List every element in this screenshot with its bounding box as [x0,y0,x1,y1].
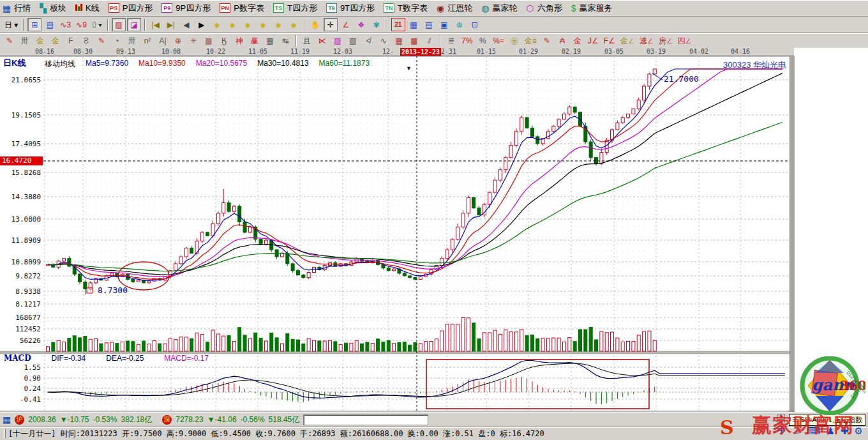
ma-legend-item-4: Ma30=10.4813 [257,59,308,70]
width-measure-tool[interactable]: ↹ [278,34,292,47]
menu-sectors[interactable]: ▚板块 [40,3,66,14]
gold-angle-tool[interactable]: 金∠ [618,34,636,47]
gann-gold-grid2-tool[interactable]: 金 [49,34,63,47]
network-button[interactable]: ⊛ [453,18,467,31]
sh-market-icon: 沪 [15,415,24,425]
low-price-annotation: 8.7300 [98,285,128,295]
sh-index-value: 2008.36 [28,415,56,424]
brain-tool-button[interactable]: ✾ [370,18,384,31]
print-button[interactable]: ⊡ [468,18,482,31]
n-square-tool[interactable]: n² [140,34,154,47]
square-wheel-tool[interactable]: ▩ [202,34,216,47]
app-window: ▦行情▚板块K线PSP四方形P99P四方形PNP数字表TST四方形T99T四方形… [0,0,868,440]
window-layout-button[interactable]: ⊞ [27,18,41,31]
wave-ab-tool[interactable]: ₳ [555,34,569,47]
macd-macd-value: MACD=-0.17 [164,354,209,363]
menu-quotes[interactable]: ▦行情 [3,3,31,14]
shen-tool[interactable]: 神 [232,34,246,47]
gold-circle-tool[interactable]: ㊎ [507,34,521,47]
ma9-chart-button[interactable]: ∿9 [74,18,89,31]
menu-winner-service[interactable]: $赢家服务 [571,3,613,14]
menu-p-square[interactable]: PSP四方形 [108,3,153,14]
map-button[interactable]: ▨ [112,18,126,31]
menu-kline[interactable]: K线 [75,3,100,14]
j-angle-tool[interactable]: J∠ [586,34,601,47]
spiral-tool[interactable]: Ƨ [79,34,93,47]
diamond-expand-button[interactable]: ◈ [241,18,255,31]
magenta-tool-button[interactable]: ❖ [354,18,368,31]
last-page-button[interactable]: ▶| [164,18,178,31]
first-page-button[interactable]: |◀ [149,18,163,31]
a-line-tool[interactable]: A| [156,34,170,47]
hand-tool-button[interactable]: ✋ [308,18,322,31]
fan-lines-tool[interactable]: ⋉ [315,34,329,47]
gann-gold-grid-tool[interactable]: 金 [33,34,47,47]
step-forward-button[interactable]: ▶ [195,18,209,31]
period-dropdown-button[interactable]: 日 ▾ [3,18,20,31]
percent-line-tool[interactable]: 7% [460,34,474,47]
color-histogram-button[interactable]: ◪ [127,18,141,31]
gold-lines-tool[interactable]: 金≡ [523,34,539,47]
menu-winner-wheel[interactable]: ◍赢家轮 [481,3,517,14]
grid-123-tool[interactable]: ▦ [263,34,277,47]
table-icon[interactable]: ▦ [3,415,11,424]
chevron-down-icon[interactable]: ▼ [406,65,412,72]
diamond-left-button[interactable]: ◈ [210,18,224,31]
candle-style-dropdown[interactable]: ⌷ ▾ [90,18,104,31]
calendar-button[interactable]: 21 [391,18,405,31]
ying-tool[interactable]: 赢 [248,34,262,47]
step-back-button[interactable]: ◀ [179,18,193,31]
f-angle-tool[interactable]: F∠ [602,34,617,47]
diamond-updown-button[interactable]: ◈ [287,18,301,31]
menu-hexagon[interactable]: ⬡六角形 [526,3,562,14]
speed-angle-tool[interactable]: 速∠ [638,34,655,47]
pen-tool[interactable]: ✎ [3,34,17,47]
save-button[interactable]: ▣ [437,18,451,31]
zigzag-tool[interactable]: ∿ [377,34,391,47]
star-wheel-tool[interactable]: ✳ [186,34,200,47]
news-marquee [303,414,428,425]
f-grid-tool[interactable]: F [64,34,78,47]
menu-p-table[interactable]: PNP数字表 [220,3,264,14]
info-doc-button[interactable]: ▤ [43,18,57,31]
menu-9t-square[interactable]: T99T四方形 [326,3,375,14]
diamond-all-button[interactable]: ◈ [271,18,285,31]
gann-compass-tool[interactable]: ⊕ [171,34,185,47]
menu-9p-square[interactable]: P99P四方形 [161,3,211,14]
settings-icon[interactable]: ⚙ [855,425,863,437]
sz-amount-value: 518.45亿 [269,414,300,425]
red-grid-tool[interactable]: ▦ [392,34,406,47]
hexagon-icon: ⬡ [526,4,534,13]
shaded-box-tool[interactable]: ▨ [331,34,345,47]
time-grid-tool[interactable]: 卅 [18,34,32,47]
pane-title: 日K线 [3,57,26,69]
k-quote-tool[interactable]: Ӄ [217,34,231,47]
menu-t-square[interactable]: TST四方形 [273,3,317,14]
notes-button[interactable]: ▤ [422,18,436,31]
box-tool[interactable]: 且 [300,34,314,47]
menu-gann-wheel[interactable]: ◉江恩轮 [437,3,472,14]
pen-candle-tool[interactable]: ✎ [540,34,554,47]
pen-grid-tool[interactable]: ✎ [94,34,108,47]
angle-measure-button[interactable]: ∠ [339,18,353,31]
diamond-right-button[interactable]: ◈ [225,18,239,31]
crosshair-tool-button[interactable]: ✛ [324,18,338,31]
time-grid2-tool[interactable]: 卅 [125,34,139,47]
percent-level-tool[interactable]: %= [491,34,506,47]
red-grid-box-tool[interactable]: ▩ [407,34,421,47]
gold-underline-tool[interactable]: 金 [571,34,585,47]
room-angle-tool[interactable]: 房∠ [657,34,675,47]
clock-grid-tool[interactable]: ◔ [110,34,124,47]
pn-badge-icon: PN [220,3,230,13]
grip-handle[interactable] [4,429,6,438]
parallel-lines-tool[interactable]: ⫽ [423,34,437,47]
calculator-button[interactable]: ▦ [407,18,421,31]
angle-lines-tool[interactable]: ≮ [361,34,375,47]
price-scale-tool[interactable]: ≣ [444,34,458,47]
menu-t-table[interactable]: TNT数字表 [384,3,428,14]
percent-tool[interactable]: % [475,34,490,47]
ma3-chart-button[interactable]: ∿3 [58,18,73,31]
four-angle-tool[interactable]: 四∠ [676,34,694,47]
hatch-box-tool[interactable]: ▧ [346,34,360,47]
diamond-shrink-button[interactable]: ◈ [256,18,270,31]
